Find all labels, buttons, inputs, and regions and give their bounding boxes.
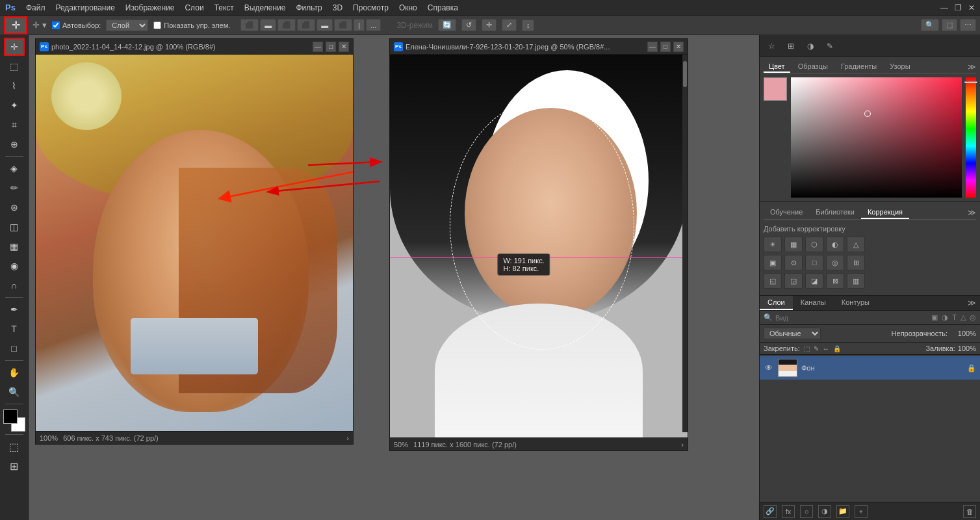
doc1-minimize-btn[interactable]: — [313,42,323,52]
add-mask-btn[interactable]: ○ [800,505,813,518]
wand-tool[interactable]: ✦ [4,96,25,114]
tab-swatches[interactable]: Образцы [793,61,833,73]
align-bottom-btn[interactable]: ⬛ [334,19,352,31]
filter-pixel-icon[interactable]: ▣ [931,313,938,322]
corr-colrlookup-btn[interactable]: ◱ [764,273,782,289]
tab-gradients[interactable]: Градиенты [836,61,882,73]
tab-channels[interactable]: Каналы [793,296,834,310]
align-middle-btn[interactable]: ▬ [316,19,333,31]
filter-text-icon[interactable]: T [952,313,957,322]
lock-position-btn[interactable]: ✎ [814,345,819,352]
pen-tool[interactable]: ✒ [4,300,25,318]
doc1-close-btn[interactable]: ✕ [339,42,349,52]
dodge-tool[interactable]: ∩ [4,276,25,294]
restore-btn[interactable]: ❐ [955,3,962,12]
corr-bw-btn[interactable]: □ [805,255,823,270]
marquee-tool[interactable]: ⬚ [4,57,25,75]
move-tool-btn[interactable]: ✛ [4,16,27,34]
delete-layer-btn[interactable]: 🗑 [963,505,976,518]
corr-hsl-btn[interactable]: ▣ [764,255,782,270]
filter-shape-icon[interactable]: △ [961,313,966,322]
layout-btn[interactable]: ⬚ [942,19,957,31]
doc1-expand[interactable]: › [346,434,349,442]
mask-mode-btn[interactable]: ⬚ [4,437,25,456]
fg-color-swatch[interactable] [3,410,18,424]
corr-exposure-btn[interactable]: ◐ [826,237,844,252]
doc2-minimize-btn[interactable]: — [647,42,658,52]
corr-threshold-btn[interactable]: ⊠ [826,273,844,289]
blur-tool[interactable]: ◉ [4,257,25,275]
doc2-expand[interactable]: › [681,441,684,448]
tab-correction[interactable]: Коррекция [861,206,909,219]
3d-scale-btn[interactable]: ↕ [522,20,535,31]
move-tool[interactable]: ✛ [4,38,25,56]
panel-icon-1[interactable]: ☆ [762,38,780,55]
heal-tool[interactable]: ◈ [4,159,25,177]
screen-mode-btn[interactable]: ⊞ [4,457,25,475]
lasso-tool[interactable]: ⌇ [4,77,25,95]
align-left-btn[interactable]: ⬛ [240,19,259,31]
menu-item-3d[interactable]: 3D [333,3,342,12]
panel-icon-2[interactable]: ⊞ [782,38,800,55]
layer-visibility-toggle[interactable]: 👁 [764,363,774,373]
close-btn[interactable]: ✕ [968,3,975,12]
new-layer-btn[interactable]: + [855,505,868,518]
align-right-btn[interactable]: ⬛ [277,19,296,31]
crop-tool[interactable]: ⌗ [4,116,25,134]
lock-pixel-btn[interactable]: ⬚ [804,345,810,352]
doc2-close-btn[interactable]: ✕ [673,42,684,52]
layer-item-background[interactable]: 👁 Фон 🔒 [760,356,980,380]
tab-libraries[interactable]: Библиотеки [809,206,861,219]
3d-slide-btn[interactable]: ⤢ [502,19,517,31]
color-swatch-preview[interactable] [764,77,787,101]
layer-dropdown[interactable]: Слой Группа [106,20,148,31]
color-panel-expand[interactable]: ≫ [968,61,976,73]
menu-item-select[interactable]: Выделение [244,3,286,12]
link-layers-btn[interactable]: 🔗 [764,505,777,518]
tab-paths[interactable]: Контуры [834,296,877,310]
menu-item-window[interactable]: Окно [399,3,417,12]
more-options-btn[interactable]: ⋯ [960,19,976,31]
lock-all-btn[interactable]: 🔒 [833,345,841,352]
3d-roll-btn[interactable]: ↺ [461,19,476,31]
tab-color[interactable]: Цвет [764,61,790,73]
align-top-btn[interactable]: ⬛ [297,19,315,31]
3d-pan-btn[interactable]: ✛ [482,19,496,31]
color-swatches[interactable] [3,410,25,432]
search-btn[interactable]: 🔍 [921,19,939,31]
text-tool[interactable]: T [4,320,25,338]
tab-patterns[interactable]: Узоры [884,61,915,73]
clone-tool[interactable]: ⊛ [4,198,25,216]
corr-colorbalance-btn[interactable]: ⊙ [784,255,803,270]
new-group-btn[interactable]: 📁 [836,505,849,518]
eraser-tool[interactable]: ◫ [4,218,25,236]
corr-posterize-btn[interactable]: ◪ [805,273,823,289]
corr-gradient-map-btn[interactable]: ▥ [847,273,865,289]
doc2-maximize-btn[interactable]: □ [660,42,671,52]
minimize-btn[interactable]: — [940,3,948,12]
hue-slider[interactable] [966,77,976,198]
corr-vibrance-btn[interactable]: △ [847,237,865,252]
doc2-scrollbar-v[interactable] [682,55,688,432]
opacity-value[interactable]: 100% [950,330,976,337]
layers-panel-expand[interactable]: ≫ [968,298,976,307]
3d-orbit-btn[interactable]: 🔄 [438,19,456,31]
fill-value[interactable]: 100% [958,344,976,352]
menu-item-layers[interactable]: Слои [185,3,203,12]
menu-item-help[interactable]: Справка [428,3,458,12]
layer-fx-btn[interactable]: fx [782,505,795,518]
auto-select-check[interactable]: Автовыбор: [52,21,101,29]
gradient-tool[interactable]: ▦ [4,237,25,255]
color-saturation-box[interactable] [791,77,962,198]
corr-curves-btn[interactable]: ⬡ [805,237,823,252]
doc1-maximize-btn[interactable]: □ [326,42,336,52]
more-btn[interactable]: ... [366,19,381,31]
shape-tool[interactable]: □ [4,339,25,358]
hand-tool[interactable]: ✋ [4,363,25,382]
lock-artboard-btn[interactable]: ↔ [823,345,829,352]
menu-item-text[interactable]: Текст [214,3,234,12]
corr-channelmix-btn[interactable]: ⊞ [847,255,865,270]
tab-layers[interactable]: Слои [760,296,793,310]
filter-adj-icon[interactable]: ◑ [942,313,948,322]
panel-icon-3[interactable]: ◑ [801,38,819,55]
